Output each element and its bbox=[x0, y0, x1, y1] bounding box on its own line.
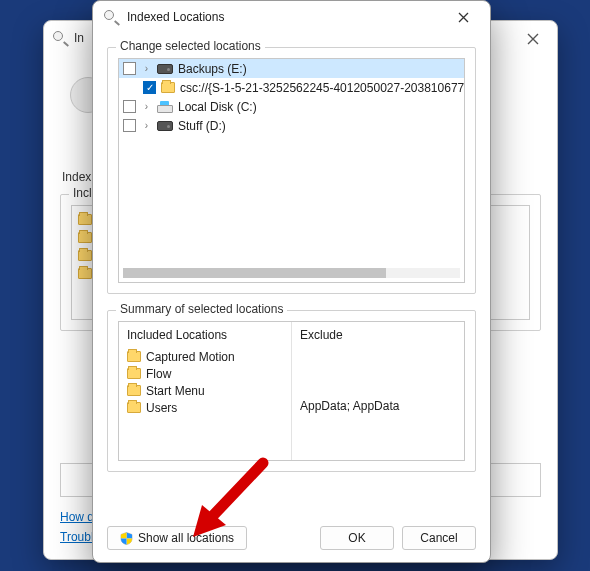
exclude-value bbox=[300, 365, 456, 382]
folder-icon bbox=[127, 385, 141, 396]
tree-item-stuff[interactable]: › Stuff (D:) bbox=[119, 116, 464, 135]
folder-icon bbox=[127, 351, 141, 362]
list-item[interactable]: Flow bbox=[127, 365, 283, 382]
uac-shield-icon bbox=[120, 532, 133, 545]
expand-icon[interactable]: › bbox=[141, 63, 152, 74]
change-locations-caption: Change selected locations bbox=[116, 39, 265, 53]
drive-c-icon bbox=[157, 101, 173, 113]
folder-icon bbox=[127, 368, 141, 379]
tree-item-label: csc://{S-1-5-21-3252562245-4012050027-20… bbox=[180, 81, 465, 95]
expand-icon[interactable]: › bbox=[141, 101, 152, 112]
exclude-header: Exclude bbox=[300, 328, 456, 342]
folder-icon bbox=[161, 82, 175, 93]
change-locations-group: Change selected locations › Backups (E:)… bbox=[107, 47, 476, 294]
summary-list: Included Locations Captured Motion Flow … bbox=[118, 321, 465, 461]
exclude-value bbox=[300, 382, 456, 399]
show-all-label: Show all locations bbox=[138, 531, 234, 545]
list-item[interactable]: Users bbox=[127, 399, 283, 416]
expand-icon[interactable]: › bbox=[141, 120, 152, 131]
included-column: Included Locations Captured Motion Flow … bbox=[119, 322, 291, 460]
checkbox[interactable] bbox=[123, 62, 136, 75]
drive-icon bbox=[157, 121, 173, 131]
tree-item-label: Stuff (D:) bbox=[178, 119, 226, 133]
exclude-value bbox=[300, 348, 456, 365]
search-icon bbox=[103, 9, 119, 25]
list-item[interactable]: Captured Motion bbox=[127, 348, 283, 365]
tree-item-csc[interactable]: ✓ csc://{S-1-5-21-3252562245-4012050027-… bbox=[119, 78, 464, 97]
included-header: Included Locations bbox=[127, 328, 283, 342]
tree-item-local-disk[interactable]: › Local Disk (C:) bbox=[119, 97, 464, 116]
show-all-locations-button[interactable]: Show all locations bbox=[107, 526, 247, 550]
horizontal-scrollbar[interactable] bbox=[123, 268, 460, 278]
checkbox[interactable] bbox=[123, 119, 136, 132]
locations-tree[interactable]: › Backups (E:) ✓ csc://{S-1-5-21-3252562… bbox=[118, 58, 465, 283]
back-title: In bbox=[74, 31, 84, 45]
folder-icon bbox=[78, 250, 92, 261]
folder-icon bbox=[78, 214, 92, 225]
tree-item-label: Local Disk (C:) bbox=[178, 100, 257, 114]
summary-caption: Summary of selected locations bbox=[116, 302, 287, 316]
search-icon bbox=[52, 30, 68, 46]
tree-item-backups[interactable]: › Backups (E:) bbox=[119, 59, 464, 78]
drive-icon bbox=[157, 64, 173, 74]
checkbox[interactable]: ✓ bbox=[143, 81, 156, 94]
dialog-footer: Show all locations OK Cancel bbox=[93, 518, 490, 562]
indexed-locations-dialog: Indexed Locations Change selected locati… bbox=[92, 0, 491, 563]
folder-icon bbox=[127, 402, 141, 413]
folder-icon bbox=[78, 268, 92, 279]
exclude-value: AppData; AppData bbox=[300, 399, 456, 416]
dialog-title: Indexed Locations bbox=[127, 10, 224, 24]
checkbox[interactable] bbox=[123, 100, 136, 113]
titlebar: Indexed Locations bbox=[93, 1, 490, 33]
close-button[interactable] bbox=[446, 5, 480, 29]
list-item[interactable]: Start Menu bbox=[127, 382, 283, 399]
summary-group: Summary of selected locations Included L… bbox=[107, 310, 476, 472]
folder-icon bbox=[78, 232, 92, 243]
scrollbar-thumb[interactable] bbox=[123, 268, 386, 278]
ok-button[interactable]: OK bbox=[320, 526, 394, 550]
exclude-column: Exclude AppData; AppData bbox=[291, 322, 464, 460]
close-button-back[interactable] bbox=[513, 25, 553, 53]
tree-item-label: Backups (E:) bbox=[178, 62, 247, 76]
cancel-button[interactable]: Cancel bbox=[402, 526, 476, 550]
